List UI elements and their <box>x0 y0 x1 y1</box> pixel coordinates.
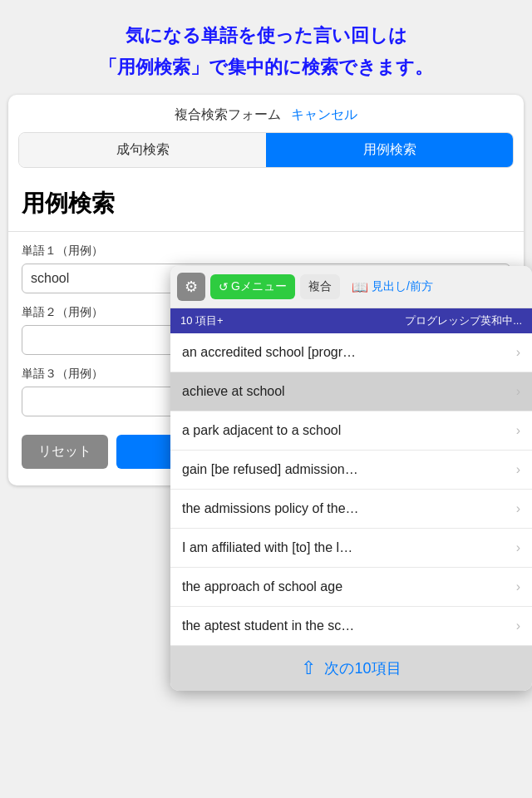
tab-example-search[interactable]: 用例検索 <box>266 133 513 167</box>
top-banner: 気になる単語を使った言い回しは 「用例検索」で集中的に検索できます。 <box>0 0 532 95</box>
footer-label: 次の10項目 <box>324 658 401 678</box>
dropdown-item-text: a park adjacent to a school <box>182 423 341 438</box>
chevron-right-icon: › <box>516 462 520 477</box>
banner-rest: で集中的に検索できます。 <box>209 57 433 77</box>
chevron-right-icon: › <box>516 501 520 516</box>
menu-button[interactable]: ↺ Gメニュー <box>210 274 295 299</box>
chevron-right-icon: › <box>516 579 520 594</box>
dropdown-item-text: the aptest student in the sc… <box>182 618 354 633</box>
count-row: 10 項目+ プログレッシブ英和中... <box>170 308 532 333</box>
menu-label: Gメニュー <box>231 279 287 294</box>
dropdown-item[interactable]: I am affiliated with [to] the l… › <box>170 529 532 568</box>
chevron-right-icon: › <box>516 540 520 555</box>
dropdown-item-text: the approach of school age <box>182 579 342 594</box>
dropdown-item[interactable]: the aptest student in the sc… › <box>170 607 532 646</box>
chevron-right-icon: › <box>516 384 520 399</box>
fukugou-button[interactable]: 複合 <box>300 274 340 299</box>
gear-icon: ⚙ <box>185 278 198 296</box>
dropdown-list: an accredited school [progr… › achieve a… <box>170 333 532 646</box>
book-icon: 📖 <box>352 279 368 295</box>
dropdown-item-text: gain [be refused] admission… <box>182 462 358 477</box>
reset-button[interactable]: リセット <box>22 435 108 469</box>
midashi-button[interactable]: 📖 見出し/前方 <box>345 274 440 300</box>
chevron-right-icon: › <box>516 618 520 633</box>
dropdown-item[interactable]: achieve at school › <box>170 372 532 411</box>
banner-line2: 「用例検索」で集中的に検索できます。 <box>25 55 507 80</box>
tab-phrase-search[interactable]: 成句検索 <box>19 133 266 167</box>
count-label: 10 項目+ <box>180 313 224 328</box>
gear-button[interactable]: ⚙ <box>177 273 205 301</box>
dropdown-item[interactable]: an accredited school [progr… › <box>170 333 532 372</box>
source-label: プログレッシブ英和中... <box>405 313 522 328</box>
word1-label: 単語１（用例） <box>22 244 510 259</box>
section-title: 用例検索 <box>8 181 524 232</box>
cancel-button[interactable]: キャンセル <box>291 106 357 124</box>
dropdown-item-text: an accredited school [progr… <box>182 345 356 360</box>
dropdown-item-text: I am affiliated with [to] the l… <box>182 540 352 555</box>
chevron-right-icon: › <box>516 423 520 438</box>
form-header: 複合検索フォーム キャンセル <box>8 95 524 132</box>
chevron-right-icon: › <box>516 345 520 360</box>
midashi-label: 見出し/前方 <box>372 279 433 294</box>
dropdown-item-text: achieve at school <box>182 384 285 399</box>
banner-line1: 気になる単語を使った言い回しは <box>25 23 507 48</box>
banner-highlight: 「用例検索」 <box>99 57 209 77</box>
dropdown-item[interactable]: the approach of school age › <box>170 568 532 607</box>
tab-bar: 成句検索 用例検索 <box>18 132 514 168</box>
dropdown-toolbar: ⚙ ↺ Gメニュー 複合 📖 見出し/前方 <box>170 266 532 308</box>
dropdown-footer[interactable]: ⇧ 次の10項目 <box>170 646 532 691</box>
next-arrow-icon: ⇧ <box>301 658 316 679</box>
dropdown-item[interactable]: a park adjacent to a school › <box>170 411 532 451</box>
refresh-icon: ↺ <box>219 280 229 293</box>
form-header-title: 複合検索フォーム <box>175 106 281 124</box>
dropdown-item-text: the admissions policy of the… <box>182 501 359 516</box>
dropdown-overlay: ⚙ ↺ Gメニュー 複合 📖 見出し/前方 10 項目+ プログレッシブ英和中.… <box>170 266 532 691</box>
dropdown-item[interactable]: gain [be refused] admission… › <box>170 451 532 490</box>
dropdown-item[interactable]: the admissions policy of the… › <box>170 490 532 529</box>
